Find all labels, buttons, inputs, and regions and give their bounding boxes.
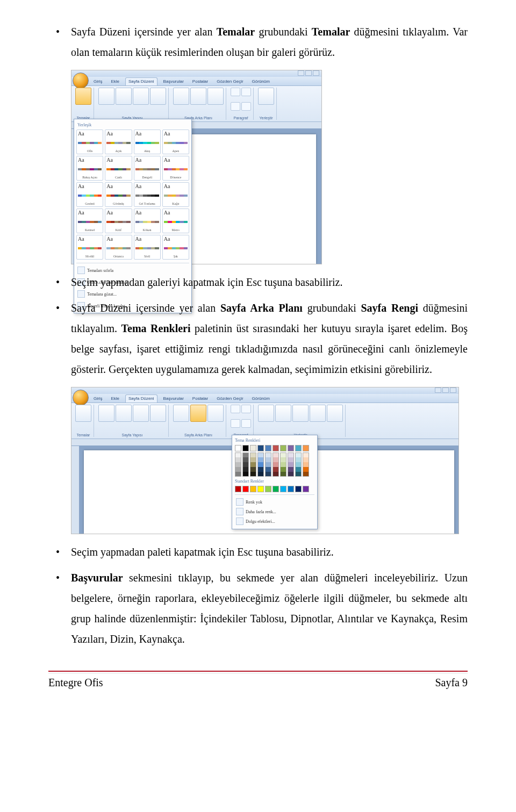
color-swatch[interactable] bbox=[280, 457, 286, 462]
color-swatch[interactable] bbox=[242, 462, 249, 467]
color-swatch[interactable] bbox=[242, 467, 249, 472]
color-swatch[interactable] bbox=[235, 462, 241, 467]
color-swatch[interactable] bbox=[280, 462, 286, 467]
color-swatch[interactable] bbox=[288, 452, 294, 457]
ribbon-tab[interactable]: Gözden Geçir bbox=[214, 395, 246, 403]
color-swatch[interactable] bbox=[280, 452, 286, 457]
color-swatch[interactable] bbox=[265, 462, 271, 467]
ribbon-tab[interactable]: Görünüm bbox=[249, 395, 273, 403]
fill-effects-option[interactable]: Dolgu efektleri... bbox=[235, 516, 314, 526]
color-swatch[interactable] bbox=[288, 486, 294, 492]
color-swatch[interactable] bbox=[265, 467, 271, 472]
size-button[interactable] bbox=[133, 88, 149, 105]
color-swatch[interactable] bbox=[303, 445, 309, 451]
ribbon-tab-active[interactable]: Sayfa Düzeni bbox=[125, 394, 157, 403]
color-swatch[interactable] bbox=[235, 472, 241, 477]
theme-gallery-item[interactable]: AaDönence bbox=[162, 156, 189, 181]
color-swatch[interactable] bbox=[235, 445, 241, 451]
indent-control[interactable] bbox=[231, 88, 240, 96]
color-swatch[interactable] bbox=[280, 467, 286, 472]
themes-button[interactable] bbox=[75, 405, 91, 422]
color-swatch[interactable] bbox=[280, 445, 286, 451]
theme-gallery-item[interactable]: AaModül bbox=[76, 235, 103, 260]
color-swatch[interactable] bbox=[257, 452, 264, 457]
theme-gallery-item[interactable]: AaOrtanca bbox=[105, 235, 132, 260]
color-swatch[interactable] bbox=[273, 486, 279, 492]
color-swatch[interactable] bbox=[242, 457, 249, 462]
color-swatch[interactable] bbox=[257, 486, 264, 492]
color-swatch[interactable] bbox=[303, 457, 309, 462]
ribbon-tab[interactable]: Giriş bbox=[91, 78, 105, 85]
color-swatch[interactable] bbox=[295, 467, 302, 472]
page-borders-button[interactable] bbox=[207, 405, 224, 422]
indent-control[interactable] bbox=[231, 419, 240, 428]
color-swatch[interactable] bbox=[273, 452, 279, 457]
indent-control[interactable] bbox=[231, 405, 240, 413]
spacing-control[interactable] bbox=[241, 419, 251, 428]
page-borders-button[interactable] bbox=[207, 88, 224, 105]
color-swatch[interactable] bbox=[295, 445, 302, 451]
color-swatch[interactable] bbox=[303, 472, 309, 477]
color-swatch[interactable] bbox=[257, 445, 264, 451]
color-swatch[interactable] bbox=[288, 457, 294, 462]
theme-gallery-item[interactable]: AaKağıt bbox=[162, 182, 189, 207]
color-swatch[interactable] bbox=[242, 472, 249, 477]
color-swatch[interactable] bbox=[235, 452, 241, 457]
color-swatch[interactable] bbox=[265, 486, 271, 492]
theme-gallery-item[interactable]: AaGri Tonlama bbox=[134, 182, 161, 207]
color-swatch[interactable] bbox=[242, 452, 249, 457]
watermark-button[interactable] bbox=[173, 88, 189, 105]
spacing-control[interactable] bbox=[241, 88, 251, 96]
arrange-button[interactable] bbox=[258, 88, 274, 105]
page-color-button[interactable] bbox=[190, 405, 206, 422]
page-color-button[interactable] bbox=[190, 88, 206, 105]
color-swatch[interactable] bbox=[250, 486, 256, 492]
color-swatch[interactable] bbox=[288, 445, 294, 451]
color-swatch[interactable] bbox=[257, 462, 264, 467]
spacing-control[interactable] bbox=[241, 102, 251, 111]
color-swatch[interactable] bbox=[250, 472, 256, 477]
color-swatch[interactable] bbox=[265, 445, 271, 451]
color-swatch[interactable] bbox=[280, 486, 286, 492]
color-swatch[interactable] bbox=[273, 445, 279, 451]
text-wrap-button[interactable] bbox=[310, 405, 326, 422]
align-button[interactable] bbox=[327, 405, 343, 422]
color-swatch[interactable] bbox=[235, 467, 241, 472]
watermark-button[interactable] bbox=[173, 405, 189, 422]
color-swatch[interactable] bbox=[303, 486, 309, 492]
color-swatch[interactable] bbox=[250, 467, 256, 472]
color-swatch[interactable] bbox=[295, 486, 302, 492]
color-swatch[interactable] bbox=[295, 457, 302, 462]
color-swatch[interactable] bbox=[257, 457, 264, 462]
color-swatch[interactable] bbox=[288, 472, 294, 477]
ribbon-tab[interactable]: Postalar bbox=[190, 395, 211, 403]
ribbon-tab[interactable]: Postalar bbox=[190, 78, 211, 85]
color-swatch[interactable] bbox=[273, 457, 279, 462]
color-swatch[interactable] bbox=[242, 445, 249, 451]
orientation-button[interactable] bbox=[116, 88, 132, 105]
color-swatch[interactable] bbox=[250, 457, 256, 462]
color-swatch[interactable] bbox=[250, 462, 256, 467]
theme-gallery-item[interactable]: AaOfis bbox=[76, 130, 103, 154]
ribbon-tab[interactable]: Ekle bbox=[108, 395, 122, 403]
color-swatch[interactable] bbox=[303, 462, 309, 467]
color-swatch[interactable] bbox=[288, 462, 294, 467]
theme-gallery-item[interactable]: AaKöken bbox=[134, 209, 161, 233]
color-swatch[interactable] bbox=[257, 472, 264, 477]
ribbon-tab[interactable]: Başvurular bbox=[161, 78, 187, 85]
office-button[interactable] bbox=[73, 390, 89, 406]
color-swatch[interactable] bbox=[273, 462, 279, 467]
theme-gallery-item[interactable]: AaKılıf bbox=[105, 209, 132, 233]
theme-gallery-item[interactable]: AaSivil bbox=[134, 235, 161, 260]
ribbon-tab[interactable]: Başvurular bbox=[161, 395, 187, 403]
indent-control[interactable] bbox=[231, 102, 240, 111]
theme-gallery-item[interactable]: AaDengeli bbox=[134, 156, 161, 181]
theme-gallery-item[interactable]: AaKentsel bbox=[76, 209, 103, 233]
color-swatch[interactable] bbox=[288, 467, 294, 472]
theme-gallery-item[interactable]: AaAkış bbox=[134, 130, 161, 154]
theme-gallery-item[interactable]: AaGörünüş bbox=[105, 182, 132, 207]
color-swatch[interactable] bbox=[295, 452, 302, 457]
theme-gallery-item[interactable]: AaApex bbox=[162, 130, 189, 154]
color-swatch[interactable] bbox=[265, 457, 271, 462]
color-swatch[interactable] bbox=[280, 472, 286, 477]
